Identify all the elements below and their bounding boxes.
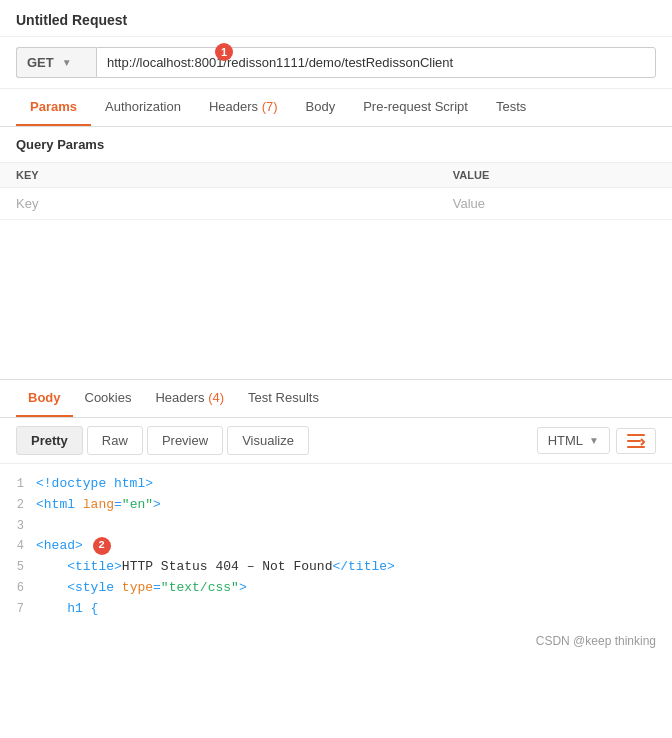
code-line-5: 5 <title>HTTP Status 404 – Not Found</ti… (0, 557, 672, 578)
tab-authorization[interactable]: Authorization (91, 89, 195, 126)
line-content-5: <title>HTTP Status 404 – Not Found</titl… (36, 557, 672, 578)
request-tabs: Params Authorization Headers (7) Body Pr… (0, 89, 672, 127)
preview-button[interactable]: Preview (147, 426, 223, 455)
response-tab-headers[interactable]: Headers (4) (143, 380, 236, 417)
response-tabs: Body Cookies Headers (4) Test Results (0, 380, 672, 418)
format-bar: Pretty Raw Preview Visualize HTML ▼ (0, 418, 672, 464)
line-content-7: h1 { (36, 599, 672, 620)
line-content-4: <head> 2 (36, 536, 672, 557)
line-num-2: 2 (0, 495, 36, 516)
tab-body[interactable]: Body (292, 89, 350, 126)
raw-button[interactable]: Raw (87, 426, 143, 455)
response-tab-body[interactable]: Body (16, 380, 73, 417)
query-params-header: Query Params (0, 127, 672, 162)
line-num-1: 1 (0, 474, 36, 495)
line-num-4: 4 (0, 536, 36, 557)
tab-headers[interactable]: Headers (7) (195, 89, 292, 126)
code-line-1: 1 <!doctype html> (0, 474, 672, 495)
empty-area (0, 220, 672, 380)
svg-rect-2 (627, 446, 645, 448)
visualize-button[interactable]: Visualize (227, 426, 309, 455)
line-content-2: <html lang="en"> (36, 495, 672, 516)
tab-tests[interactable]: Tests (482, 89, 540, 126)
code-line-3: 3 (0, 516, 672, 537)
chevron-down-icon: ▼ (62, 57, 72, 68)
code-line-4: 4 <head> 2 (0, 536, 672, 557)
value-column-header: VALUE (437, 163, 672, 188)
chevron-down-icon: ▼ (589, 435, 599, 446)
code-line-2: 2 <html lang="en"> (0, 495, 672, 516)
format-label: HTML (548, 433, 583, 448)
response-tab-cookies[interactable]: Cookies (73, 380, 144, 417)
params-table: KEY VALUE Key Value (0, 162, 672, 220)
code-line-7: 7 h1 { (0, 599, 672, 620)
url-input[interactable] (96, 47, 656, 78)
watermark: CSDN @keep thinking (0, 630, 672, 652)
page-title: Untitled Request (0, 0, 672, 37)
code-line-6: 6 <style type="text/css"> (0, 578, 672, 599)
value-cell[interactable]: Value (437, 188, 672, 220)
line-num-6: 6 (0, 578, 36, 599)
line-content-1: <!doctype html> (36, 474, 672, 495)
tab-prerequest[interactable]: Pre-request Script (349, 89, 482, 126)
key-cell[interactable]: Key (0, 188, 437, 220)
tab-params[interactable]: Params (16, 89, 91, 126)
key-column-header: KEY (0, 163, 437, 188)
method-label: GET (27, 55, 54, 70)
url-badge: 1 (215, 43, 233, 61)
response-tab-testresults[interactable]: Test Results (236, 380, 331, 417)
format-select-group: HTML ▼ (537, 427, 656, 454)
method-select[interactable]: GET ▼ (16, 47, 96, 78)
svg-rect-1 (627, 440, 641, 442)
url-bar: GET ▼ 1 (0, 37, 672, 89)
line-num-5: 5 (0, 557, 36, 578)
svg-rect-0 (627, 434, 645, 436)
wrap-button[interactable] (616, 428, 656, 454)
line-num-7: 7 (0, 599, 36, 620)
line-num-3: 3 (0, 516, 36, 537)
line-content-3 (36, 516, 672, 537)
format-select[interactable]: HTML ▼ (537, 427, 610, 454)
table-row: Key Value (0, 188, 672, 220)
code-area: 1 <!doctype html> 2 <html lang="en"> 3 4… (0, 464, 672, 630)
line-content-6: <style type="text/css"> (36, 578, 672, 599)
code-badge: 2 (93, 537, 111, 555)
pretty-button[interactable]: Pretty (16, 426, 83, 455)
